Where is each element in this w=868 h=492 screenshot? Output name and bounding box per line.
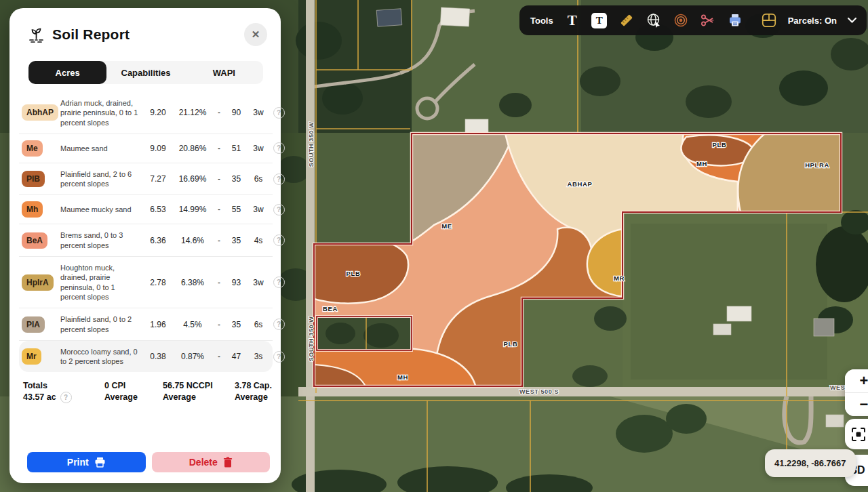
table-row[interactable]: HplrA Houghton muck, drained, prairie pe… — [19, 257, 273, 308]
print-button[interactable]: Print — [27, 452, 146, 472]
soil-label: HPLRA — [805, 161, 829, 169]
percent-value: 0.87% — [174, 352, 211, 361]
table-row[interactable]: PlA Plainfield sand, 0 to 2 percent slop… — [19, 308, 273, 341]
chevron-down-icon[interactable] — [848, 18, 856, 23]
totals-label: Totals — [23, 380, 103, 392]
ruler-icon[interactable] — [618, 12, 635, 28]
soil-code-badge: PlB — [22, 171, 45, 187]
acres-value: 1.96 — [145, 320, 171, 329]
acres-value: 2.78 — [145, 278, 171, 287]
zoom-in-button[interactable]: + — [845, 369, 868, 392]
globe-select-icon[interactable] — [646, 12, 662, 28]
close-icon[interactable]: ✕ — [244, 23, 267, 46]
cpi-value: - — [214, 174, 224, 184]
acres-value: 6.53 — [145, 205, 171, 214]
print-map-icon[interactable] — [727, 12, 743, 28]
cap-class-value: 3w — [249, 278, 268, 287]
scissors-cut-icon[interactable] — [700, 12, 716, 28]
panel-actions: Print Delete — [27, 452, 270, 472]
percent-value: 21.12% — [174, 108, 211, 117]
cap-class-value: 3w — [249, 205, 268, 214]
cap-class-value: 3w — [249, 108, 268, 117]
boxed-text-tool-icon[interactable]: T — [591, 12, 608, 28]
soil-code-badge: BeA — [22, 232, 47, 249]
help-icon[interactable]: ? — [273, 351, 285, 363]
delete-button[interactable]: Delete — [152, 452, 271, 472]
acres-value: 7.27 — [145, 174, 171, 184]
delete-label: Delete — [189, 457, 218, 468]
percent-value: 20.86% — [174, 144, 211, 153]
help-icon[interactable]: ? — [273, 142, 285, 154]
average-label: Average — [163, 392, 233, 403]
nccpi-value: 51 — [227, 144, 245, 153]
help-icon[interactable]: ? — [273, 319, 285, 330]
road-label-west: WEST 500 S — [519, 388, 559, 395]
printer-icon — [94, 457, 106, 468]
panel-header: Soil Report ✕ — [9, 23, 281, 46]
soil-label: MR — [614, 274, 625, 282]
soil-label: MH — [696, 160, 707, 167]
soil-code-badge: Mh — [22, 201, 43, 218]
cap-class-value: 4s — [249, 236, 268, 245]
help-icon[interactable]: ? — [273, 204, 285, 216]
average-label: Average — [235, 392, 289, 403]
totals-nccpi: 56.75 NCCPI Average — [163, 380, 233, 403]
help-icon[interactable]: ? — [273, 234, 285, 246]
help-icon[interactable]: ? — [273, 276, 285, 288]
tools-label: Tools — [530, 16, 553, 26]
tab-capabilities[interactable]: Capabilities — [106, 61, 184, 84]
table-row[interactable]: AbhAP Adrian muck, drained, prairie peni… — [19, 92, 273, 134]
road-west-500s — [298, 387, 868, 396]
soil-description: Houghton muck, drained, prairie peninsul… — [60, 263, 142, 302]
help-icon[interactable]: ? — [273, 107, 285, 119]
soil-description: Adrian muck, drained, prairie peninsula,… — [60, 98, 142, 127]
soil-label: ME — [441, 222, 452, 230]
totals-acres-value: 43.57 ac — [23, 392, 56, 403]
zoom-out-button[interactable]: − — [845, 393, 868, 416]
acres-value: 6.36 — [145, 236, 171, 245]
nccpi-value: 55 — [227, 205, 245, 214]
table-row[interactable]: Mh Maumee mucky sand 6.53 14.99% - 55 3w… — [19, 195, 273, 224]
parcels-toggle-label[interactable]: Parcels: On — [788, 16, 837, 26]
tab-wapi[interactable]: WAPI — [185, 61, 263, 84]
acres-value: 9.20 — [145, 108, 171, 117]
target-radius-icon[interactable] — [673, 12, 689, 28]
table-row-highlighted[interactable]: Mr Morocco loamy sand, 0 to 2 percent sl… — [19, 341, 273, 373]
screenshot-frame-button[interactable] — [845, 419, 868, 449]
soil-poly-hplra — [738, 134, 841, 212]
app-window: ABHAP ME PLB MH HPLRA PLB MR BEA PLB MH … — [0, 0, 868, 492]
soil-label: PLB — [347, 270, 361, 277]
table-row[interactable]: PlB Plainfield sand, 2 to 6 percent slop… — [19, 163, 273, 196]
soil-label: ABHAP — [568, 180, 593, 188]
table-row[interactable]: Me Maumee sand 9.09 20.86% - 51 3w ? — [19, 134, 273, 163]
soil-report-panel: Soil Report ✕ Acres Capabilities WAPI Ab… — [9, 8, 281, 483]
cpi-value: - — [214, 278, 224, 287]
parcels-icon[interactable] — [761, 12, 777, 28]
nccpi-value: 47 — [227, 352, 245, 361]
soil-description: Brems sand, 0 to 3 percent slopes — [60, 230, 142, 250]
help-icon[interactable]: ? — [60, 392, 72, 403]
soil-label: PLB — [504, 340, 518, 348]
acres-value: 9.09 — [145, 144, 171, 153]
text-tool-icon[interactable]: T — [564, 12, 580, 28]
cpi-value: - — [214, 144, 224, 153]
soil-label: BEA — [323, 305, 338, 312]
coordinates-readout: 41.2298, -86.7667 — [765, 449, 856, 477]
soil-description: Plainfield sand, 2 to 6 percent slopes — [60, 169, 142, 189]
cap-average-value: 3.78 Cap. — [235, 380, 289, 392]
help-icon[interactable]: ? — [273, 173, 285, 185]
soil-code-badge: PlA — [22, 316, 45, 333]
percent-value: 16.69% — [174, 174, 211, 184]
table-row[interactable]: BeA Brems sand, 0 to 3 percent slopes 6.… — [19, 224, 273, 257]
soil-description: Maumee sand — [60, 144, 142, 153]
cpi-value: - — [214, 236, 224, 245]
soil-table: AbhAP Adrian muck, drained, prairie peni… — [9, 92, 281, 372]
tab-acres[interactable]: Acres — [28, 61, 106, 84]
percent-value: 14.6% — [174, 236, 211, 245]
soil-description: Plainfield sand, 0 to 2 percent slopes — [60, 314, 142, 334]
soil-code-badge: AbhAP — [22, 104, 58, 121]
cpi-value: - — [214, 352, 224, 361]
soil-description: Morocco loamy sand, 0 to 2 percent slope… — [60, 347, 142, 367]
soil-label: PLB — [713, 141, 727, 148]
nccpi-value: 93 — [227, 278, 245, 287]
